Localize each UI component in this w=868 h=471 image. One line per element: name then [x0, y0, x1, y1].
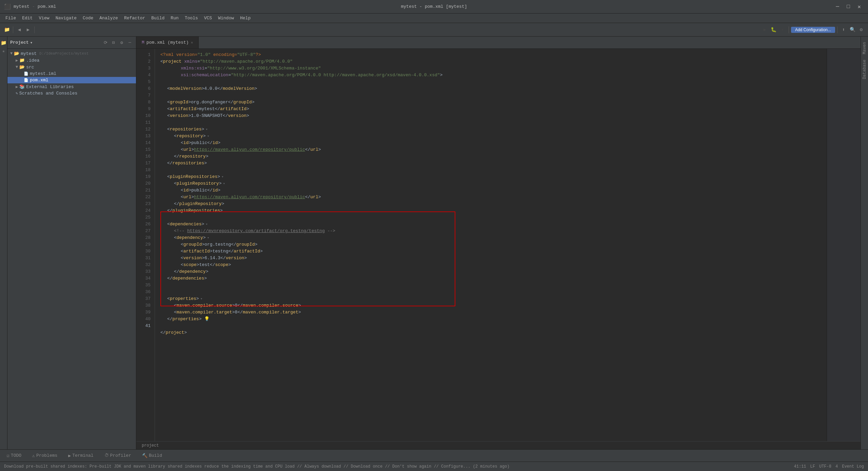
editor-area: M pom.xml (mytest) ✕ 1 2 3 4 5 6 7 8 9 1… [136, 37, 861, 449]
tree-item-pomxml[interactable]: 📄 pom.xml [7, 77, 136, 83]
line-num-3: 3 [136, 65, 155, 72]
maximize-button[interactable]: □ [844, 2, 853, 12]
menu-bar: File Edit View Navigate Code Analyze Ref… [0, 14, 868, 23]
panel-tool-settings[interactable]: ⚙ [118, 39, 125, 46]
editor-tab-pomxml[interactable]: M pom.xml (mytest) ✕ [136, 37, 199, 48]
status-eventlog[interactable]: Event Log [842, 464, 864, 469]
main-area: 📁 ★ Project ▾ ⟳ ⊟ ⚙ — ▼ 📂 mytest D:/Idea… [0, 37, 868, 449]
code-area[interactable]: <?xml version="1.0" encoding="UTF-8"?> <… [155, 49, 827, 441]
status-encoding[interactable]: UTF-8 [819, 464, 831, 469]
tree-item-iml[interactable]: 📄 mytest.iml [7, 70, 136, 77]
database-tab[interactable]: Database [862, 57, 868, 82]
project-dropdown-arrow[interactable]: ▾ [30, 40, 33, 45]
toolbar-forward-icon[interactable]: ▶ [24, 26, 32, 34]
menu-run[interactable]: Run [168, 15, 181, 21]
sidebar-favorites-icon[interactable]: ★ [0, 47, 7, 54]
menu-refactor[interactable]: Refactor [121, 15, 148, 21]
tab-icon-pomxml: M [142, 40, 144, 45]
fold-marker-26[interactable]: ▾ [205, 221, 208, 228]
tree-item-mytest[interactable]: ▼ 📂 mytest D:/IdeaProjects/mytest [7, 50, 136, 57]
toolbar-search-icon[interactable]: 🔍 [848, 26, 856, 34]
code-line-18 [160, 167, 821, 173]
menu-analyze[interactable]: Analyze [97, 15, 121, 21]
status-lf[interactable]: LF [810, 464, 815, 469]
project-name: mytest [14, 4, 29, 9]
code-line-40: </properties> 💡 [160, 316, 821, 323]
todo-tab[interactable]: ☑ TODO [3, 452, 25, 460]
panel-tool-hide[interactable]: — [126, 39, 133, 46]
build-icon: 🔨 [142, 453, 147, 458]
add-configuration-button[interactable]: Add Configuration... [791, 27, 835, 33]
line-num-2: 2 [136, 58, 155, 65]
toolbar-back-icon[interactable]: ◀ [15, 26, 23, 34]
menu-navigate[interactable]: Navigate [53, 15, 79, 21]
line-num-13: 13 [136, 133, 155, 140]
lightbulb-icon[interactable]: 💡 [204, 316, 210, 323]
tree-item-src[interactable]: ▼ 📂 src [7, 64, 136, 70]
problems-tab[interactable]: ⚠ Problems [28, 452, 61, 460]
line-num-7: 7 [136, 92, 155, 99]
toolbar-profile-icon[interactable]: ⚡ [778, 26, 787, 34]
status-notification: Download pre-built shared indexes: Pre-b… [4, 464, 510, 469]
line-num-28: 28 [136, 234, 155, 241]
code-line-32: <scope>test</scope> [160, 262, 821, 268]
menu-help[interactable]: Help [237, 15, 253, 21]
status-position[interactable]: 41:11 [794, 464, 806, 469]
line-num-5: 5 [136, 79, 155, 85]
profiler-label: Profiler [110, 453, 131, 458]
tree-item-idea[interactable]: ▶ 📁 .idea [7, 57, 136, 64]
fold-marker-20[interactable]: ▾ [223, 180, 225, 187]
toolbar-run-icon[interactable]: ▶ [761, 26, 769, 34]
tree-arrow-idea: ▶ [16, 58, 18, 63]
todo-icon: ☑ [7, 453, 9, 458]
status-indent: 4 [835, 464, 838, 469]
fold-marker-19[interactable]: ▾ [221, 173, 224, 180]
app-icon: ⬛ [4, 3, 11, 10]
toolbar-project-icon[interactable]: 📁 [3, 26, 11, 34]
profiler-tab[interactable]: ⏱ Profiler [100, 452, 135, 459]
code-line-10: <version>1.0-SNAPSHOT</version> [160, 112, 821, 119]
fold-marker-28[interactable]: ▾ [207, 234, 210, 241]
tree-item-scratches[interactable]: ✎ Scratches and Consoles [7, 90, 136, 97]
panel-tool-sync[interactable]: ⟳ [102, 39, 109, 46]
toolbar-separator-2 [34, 26, 35, 33]
fold-marker-12[interactable]: ▾ [205, 126, 208, 133]
code-line-11 [160, 119, 821, 126]
tree-icon-scratches: ✎ [16, 91, 18, 96]
toolbar-vcs-icon[interactable]: ⬆ [840, 26, 848, 34]
terminal-label: Terminal [72, 453, 93, 458]
profiler-icon: ⏱ [104, 453, 109, 458]
code-line-2: <project xmlns="http://maven.apache.org/… [160, 58, 821, 65]
window-title-file: pom.xml [38, 4, 56, 9]
build-tab[interactable]: 🔨 Build [138, 452, 166, 460]
menu-code[interactable]: Code [80, 15, 96, 21]
maven-tab[interactable]: Maven [862, 39, 868, 57]
problems-icon: ⚠ [32, 453, 35, 458]
tab-close-pomxml[interactable]: ✕ [191, 40, 193, 45]
menu-file[interactable]: File [3, 15, 19, 21]
menu-vcs[interactable]: VCS [201, 15, 215, 21]
tree-icon-pomxml: 📄 [24, 78, 28, 82]
menu-window[interactable]: Window [215, 15, 237, 21]
toolbar-settings-icon[interactable]: ⚙ [857, 26, 865, 34]
menu-view[interactable]: View [36, 15, 52, 21]
sidebar-project-icon[interactable]: 📁 [0, 39, 7, 46]
menu-tools[interactable]: Tools [182, 15, 201, 21]
line-num-11: 11 [136, 119, 155, 126]
toolbar-debug-icon[interactable]: 🐛 [770, 26, 778, 34]
menu-edit[interactable]: Edit [19, 15, 35, 21]
terminal-tab[interactable]: ▶ Terminal [64, 452, 97, 460]
tree-icon-iml: 📄 [24, 71, 28, 76]
line-num-37: 37 [136, 295, 155, 302]
fold-marker-13[interactable]: ▾ [207, 133, 210, 140]
fold-marker-37[interactable]: ▾ [200, 295, 203, 302]
menu-build[interactable]: Build [149, 15, 167, 21]
panel-tool-collapse[interactable]: ⊟ [110, 39, 117, 46]
tree-label-mytest: mytest [21, 51, 37, 56]
line-num-6: 6 [136, 85, 155, 92]
close-button[interactable]: ✕ [854, 2, 864, 12]
tree-item-external-libs[interactable]: ▶ 📚 External Libraries [7, 83, 136, 90]
line-num-30: 30 [136, 248, 155, 255]
minimize-button[interactable]: ─ [833, 2, 842, 12]
code-line-9: <artifactId>mytest</artifactId> [160, 106, 821, 112]
